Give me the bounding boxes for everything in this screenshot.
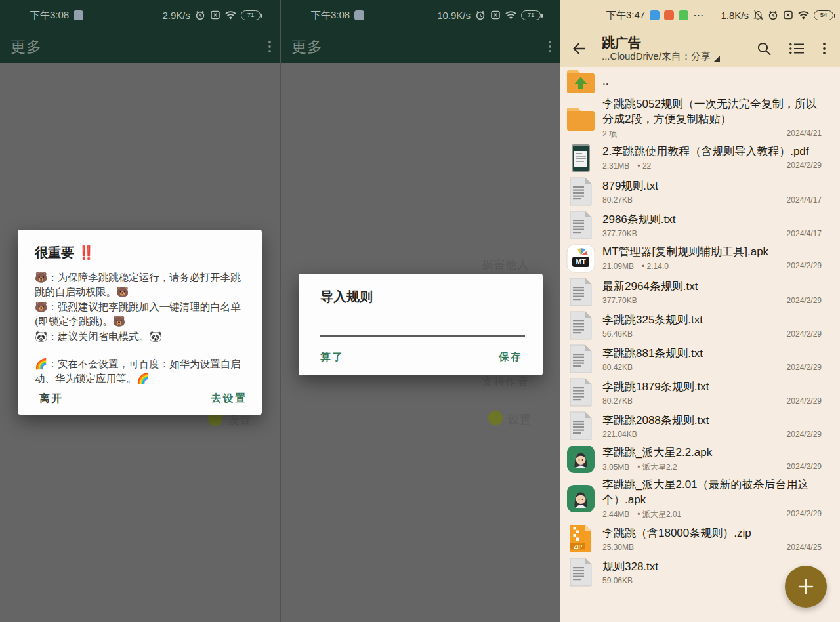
file-date: 2024/2/29 — [787, 430, 822, 439]
file-date: 2024/2/29 — [787, 329, 822, 339]
breadcrumb[interactable]: ...CloudDrive/来自：分享 — [602, 51, 757, 62]
net-speed: 2.9K/s — [162, 10, 190, 21]
top-bar: 下午3:47 ⋯ 1.8K/s 54 跳广告 — [560, 0, 840, 67]
file-row[interactable]: 李跳跳2088条规则.txt221.04KB2024/2/29 — [560, 409, 840, 442]
file-row[interactable]: 最新2964条规则.txt377.70KB2024/2/29 — [560, 275, 840, 308]
app-bar: 更多 — [281, 30, 560, 63]
file-date: 2024/2/29 — [787, 161, 822, 172]
file-name: 879规则.txt — [602, 178, 822, 194]
battery-icon: 54 — [814, 10, 833, 20]
mt-icon: MT — [566, 244, 596, 273]
wifi-icon — [798, 10, 809, 20]
app-badge-blue-icon — [650, 10, 660, 20]
settings-icon — [488, 411, 503, 425]
file-row[interactable]: 李跳跳5052规则（一次无法完全复制，所以分成2段，方便复制粘贴）2 项2024… — [560, 95, 840, 141]
plus-icon — [796, 577, 816, 596]
settings-label: 设置 — [228, 413, 251, 428]
composite-screenshot: 下午3:08 2.9K/s 71 更多 设置 很重要‼️ 🐻：为保 — [0, 0, 840, 622]
cancel-button[interactable]: 算了 — [320, 350, 345, 364]
overflow-menu-icon[interactable] — [823, 43, 826, 54]
panel-middle: 下午3:08 10.9K/s 71 更多 损害他人 支持作者 设置 — [280, 0, 560, 622]
txt-icon — [566, 177, 596, 206]
wifi-icon — [505, 10, 516, 20]
page-title: 更多 — [10, 37, 42, 57]
file-meta: 221.04KB — [602, 430, 637, 439]
file-meta: 25.30MB — [602, 543, 634, 552]
txt-icon — [566, 278, 596, 306]
clock: 下午3:08 — [30, 9, 69, 22]
txt-icon — [566, 378, 596, 407]
back-arrow-icon[interactable] — [571, 41, 587, 56]
file-date: 2024/2/29 — [787, 462, 822, 473]
file-row[interactable]: 2986条规则.txt377.70KB2024/4/17 — [560, 208, 840, 241]
file-meta: 2 项 — [602, 129, 617, 140]
sort-triangle-icon — [714, 56, 720, 62]
file-row[interactable]: ZIP李跳跳（含18000条规则）.zip25.30MB2024/4/25 — [560, 522, 840, 555]
leave-button[interactable]: 离开 — [39, 392, 64, 405]
svg-text:ZIP: ZIP — [574, 543, 583, 549]
battery-icon: 71 — [241, 10, 261, 20]
overflow-menu-icon[interactable] — [549, 41, 551, 52]
mute-bell-icon — [753, 10, 763, 20]
file-name: 李跳跳881条规则.txt — [602, 346, 822, 361]
txt-icon — [566, 344, 596, 373]
file-name: 李跳跳325条规则.txt — [602, 312, 822, 327]
file-row[interactable]: 李跳跳_派大星2.2.apk3.05MB • 派大星2.22024/2/29 — [560, 442, 840, 476]
net-speed: 1.8K/s — [721, 10, 749, 21]
import-rules-dialog: 导入规则 算了 保存 — [299, 274, 543, 375]
file-meta: 2.31MB • 22 — [602, 161, 651, 172]
rule-input[interactable] — [320, 320, 525, 337]
go-settings-button[interactable]: 去设置 — [211, 392, 248, 405]
status-bar: 下午3:08 10.9K/s 71 — [281, 0, 560, 30]
save-button[interactable]: 保存 — [499, 350, 523, 364]
file-row[interactable]: 李跳跳325条规则.txt56.46KB2024/2/29 — [560, 308, 840, 342]
dialog-text-line: 🐻：强烈建议把李跳跳加入一键清理的白名单(即锁定李跳跳)。🐻 — [35, 300, 246, 329]
file-meta: 3.05MB • 派大星2.2 — [602, 462, 677, 473]
app-badge-orange-icon — [664, 10, 674, 20]
file-name: 李跳跳_派大星2.01（最新的被杀后台用这个）.apk — [602, 477, 822, 507]
alarm-icon — [195, 10, 205, 20]
file-row[interactable]: 2.李跳跳使用教程（含规则导入教程）.pdf2.31MB • 222024/2/… — [560, 141, 840, 175]
apk-girl-icon — [566, 445, 596, 474]
no-sim-icon — [490, 10, 501, 20]
file-row[interactable]: MTMT管理器[复制规则辅助工具].apk21.09MB • 2.14.0202… — [560, 241, 840, 275]
folder-icon — [566, 106, 596, 131]
file-row[interactable]: 李跳跳_派大星2.01（最新的被杀后台用这个）.apk2.44MB • 派大星2… — [560, 476, 840, 522]
file-meta: 2.44MB • 派大星2.01 — [602, 509, 681, 520]
dialog-actions: 算了 保存 — [299, 339, 543, 375]
file-meta: 59.06KB — [602, 576, 633, 585]
dialog-actions: 离开 去设置 — [18, 382, 262, 415]
file-name: .. — [602, 73, 822, 89]
file-name: 规则328.txt — [602, 559, 822, 574]
exclamation-emoji: ‼️ — [78, 245, 94, 260]
view-list-icon[interactable] — [789, 42, 805, 55]
important-dialog-body: 🐻：为保障李跳跳稳定运行，请务必打开李跳跳的自启动权限。🐻🐻：强烈建议把李跳跳加… — [35, 270, 246, 386]
file-row[interactable]: 李跳跳1879条规则.txt80.27KB2024/2/29 — [560, 375, 840, 409]
file-date: 2024/4/21 — [787, 129, 822, 140]
file-row[interactable]: 879规则.txt80.27KB2024/4/17 — [560, 175, 840, 208]
svg-text:MT: MT — [576, 258, 586, 266]
overflow-menu-icon[interactable] — [268, 41, 271, 52]
txt-icon — [566, 311, 596, 340]
file-name: 李跳跳2088条规则.txt — [602, 413, 822, 428]
file-date: 2024/4/25 — [787, 543, 822, 552]
file-date: 2024/4/17 — [787, 196, 822, 205]
menu-item-support-author: 支持作者 — [482, 374, 529, 389]
search-icon[interactable] — [757, 41, 771, 56]
file-name: 2.李跳跳使用教程（含规则导入教程）.pdf — [602, 144, 822, 159]
txt-icon — [566, 411, 596, 440]
add-fab-button[interactable] — [785, 566, 827, 608]
file-list: ..李跳跳5052规则（一次无法完全复制，所以分成2段，方便复制粘贴）2 项20… — [560, 67, 840, 622]
file-row[interactable]: 李跳跳881条规则.txt80.42KB2024/2/29 — [560, 342, 840, 375]
folder-title: 跳广告 — [602, 35, 641, 50]
no-sim-icon — [783, 10, 793, 20]
file-meta: 80.42KB — [602, 363, 633, 372]
txt-icon — [566, 558, 596, 587]
file-date: 2024/4/17 — [787, 229, 822, 238]
top-bar: 下午3:08 2.9K/s 71 更多 — [0, 0, 280, 63]
important-dialog: 很重要‼️ 🐻：为保障李跳跳稳定运行，请务必打开李跳跳的自启动权限。🐻🐻：强烈建… — [18, 230, 262, 415]
file-name: 李跳跳（含18000条规则）.zip — [602, 526, 822, 541]
file-row[interactable]: .. — [560, 67, 840, 95]
file-name: 李跳跳_派大星2.2.apk — [602, 445, 822, 460]
panel-right: 下午3:47 ⋯ 1.8K/s 54 跳广告 — [560, 0, 840, 622]
